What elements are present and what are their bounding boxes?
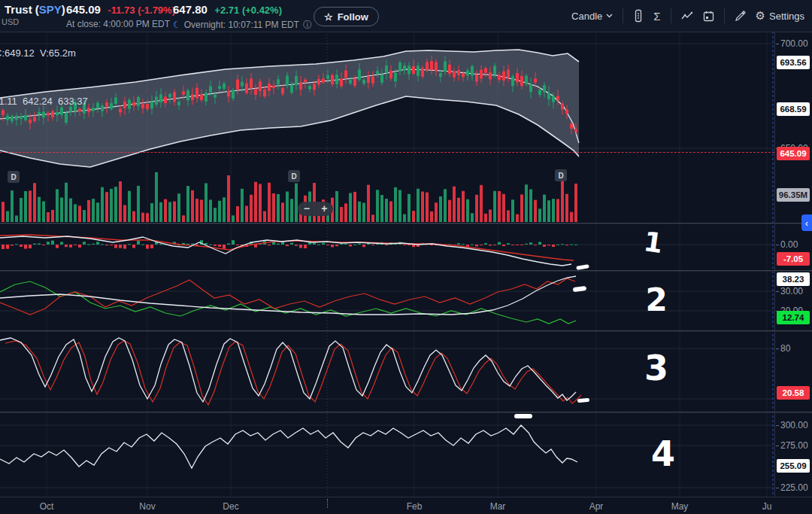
pane-price[interactable] — [0, 32, 774, 224]
interval-d-badge: D — [288, 170, 300, 182]
pane-separator[interactable] — [0, 412, 812, 413]
overnight-caption: ☾Overnight: 10:07:11 PM EDTⓘ — [173, 19, 312, 32]
info-icon[interactable]: ⓘ — [303, 20, 312, 30]
zoom-control: − + — [298, 202, 333, 216]
chart-panes[interactable] — [0, 32, 774, 497]
toolbar-divider — [724, 8, 725, 23]
price-axis-label: 96.35M — [777, 188, 810, 202]
indicators-icon[interactable]: Σ — [653, 10, 660, 23]
time-axis-label: Nov — [139, 501, 155, 512]
time-axis-label: Oct — [40, 501, 54, 512]
close-price: 645.09 — [66, 3, 101, 16]
interval-d-badge: D — [555, 169, 567, 181]
toolbar: Candle Σ ⚙ Settings — [571, 0, 804, 32]
zoom-out-button[interactable]: − — [304, 202, 310, 216]
price-axis-label: 275.00 — [780, 440, 808, 451]
trading-chart-app: Trust (SPY) USD 645.09 -11.73 (-1.79%) A… — [0, 0, 812, 514]
price-axis-label: 20.58 — [777, 386, 810, 400]
price-axis[interactable]: 700.00693.56668.59650.00645.0996.35M0.00… — [774, 32, 812, 497]
symbol-title: Trust (SPY) — [5, 3, 65, 16]
legend-line-2: 651.11 642.24 633.37 — [0, 96, 88, 107]
time-axis-label: Dec — [223, 501, 238, 512]
chart-type-dropdown[interactable]: Candle — [571, 11, 613, 22]
moon-icon: ☾ — [173, 20, 181, 30]
time-axis[interactable]: OctNovDecFebMarAprMayJu — [0, 497, 812, 514]
time-axis-label: Ju — [762, 501, 772, 512]
close-caption: At close: 4:00:00 PM EDT — [66, 19, 175, 29]
overnight-price-block: 647.80 +2.71 (+0.42%) ☾Overnight: 10:07:… — [173, 3, 312, 32]
legend-line-1: C:649.12 V:65.2m — [0, 47, 76, 59]
measure-icon[interactable] — [633, 9, 644, 23]
time-axis-label: May — [671, 501, 689, 512]
follow-button[interactable]: ☆ Follow — [314, 7, 379, 26]
star-icon: ☆ — [324, 11, 333, 23]
zoom-in-button[interactable]: + — [321, 202, 327, 216]
settings-button[interactable]: ⚙ Settings — [756, 9, 804, 23]
price-axis-label: 38.23 — [777, 272, 810, 286]
price-axis-label: 645.09 — [777, 147, 810, 160]
overnight-price: 647.80 — [173, 3, 208, 16]
price-axis-label: 12.74 — [777, 311, 810, 324]
draw-icon[interactable] — [735, 11, 746, 22]
chevron-down-icon — [606, 14, 613, 18]
pane-separator[interactable] — [0, 330, 812, 332]
interval-d-badge: D — [8, 171, 20, 183]
compare-icon[interactable] — [681, 11, 693, 20]
price-axis-label: 80 — [780, 343, 790, 354]
pane-line[interactable] — [0, 412, 774, 497]
price-axis-label: 30.00 — [780, 286, 803, 297]
header-bar: Trust (SPY) USD 645.09 -11.73 (-1.79%) A… — [0, 0, 812, 32]
toolbar-divider — [623, 8, 623, 23]
price-axis-label: 0.00 — [780, 239, 798, 250]
price-axis-label: 700.00 — [780, 38, 808, 49]
price-axis-label: 225.00 — [780, 482, 808, 493]
pane-separator[interactable] — [0, 223, 812, 224]
currency-label: USD — [2, 17, 19, 26]
time-axis-label: Mar — [490, 501, 506, 512]
price-axis-label: 255.09 — [777, 459, 810, 473]
pane-collapse-tab[interactable]: ‹ — [801, 214, 812, 231]
last-price-line — [0, 152, 774, 153]
pane-separator[interactable] — [0, 270, 812, 272]
price-axis-label: 693.56 — [777, 56, 810, 69]
overnight-change: +2.71 (+0.42%) — [214, 5, 282, 16]
close-price-block: 645.09 -11.73 (-1.79%) At close: 4:00:00… — [66, 3, 175, 29]
price-axis-label: 668.59 — [777, 102, 810, 116]
pane-stoch[interactable] — [0, 331, 774, 412]
gear-icon: ⚙ — [756, 9, 765, 23]
year-divider-mark — [327, 499, 329, 508]
price-axis-label: 300.00 — [780, 420, 808, 430]
price-axis-label: -7.05 — [777, 252, 810, 266]
toolbar-divider — [671, 8, 671, 23]
time-axis-label: Feb — [407, 501, 423, 512]
pane-dmi[interactable] — [0, 271, 774, 331]
close-change: -11.73 (-1.79%) — [108, 5, 175, 16]
symbol-link[interactable]: SPY — [39, 3, 62, 16]
time-axis-label: Apr — [589, 501, 604, 512]
calendar-icon[interactable] — [703, 11, 714, 22]
pane-macd[interactable] — [0, 224, 774, 271]
